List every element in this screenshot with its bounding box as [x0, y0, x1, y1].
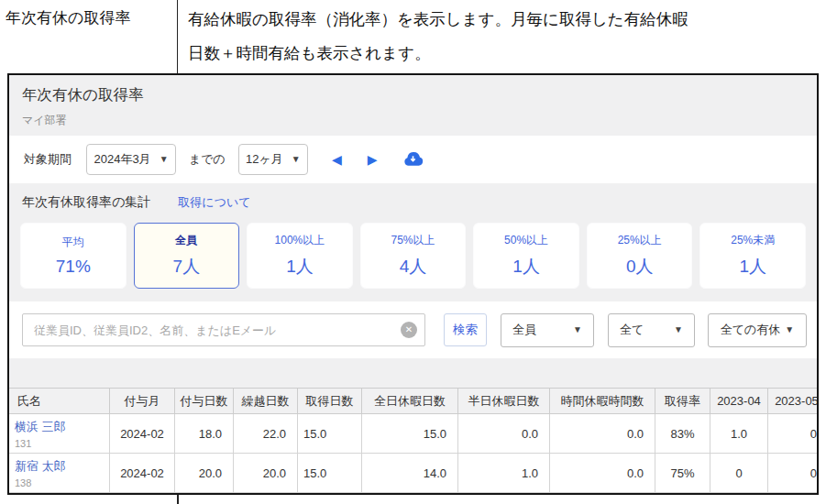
chevron-down-icon: ▼ — [160, 155, 169, 164]
card-label: 全員 — [175, 233, 197, 248]
column-header-halfday-days[interactable]: 半日休暇日数 — [458, 389, 550, 414]
months-select-value: 12ヶ月 — [246, 151, 283, 168]
table-top-spacer — [9, 358, 817, 388]
page-title: 年次有休の取得率 — [22, 85, 804, 105]
cell-2023-05: 0 — [768, 454, 820, 493]
until-label: までの — [189, 151, 226, 168]
employee-cell: 新宿 太郎 138 — [9, 454, 110, 493]
table-header-row: 氏名 付与月 付与日数 繰越日数 取得日数 全日休暇日数 半日休暇日数 時間休暇… — [9, 389, 820, 414]
employee-id: 138 — [15, 477, 104, 488]
column-header-name[interactable]: 氏名 — [9, 389, 110, 414]
leave-rate-panel: 年次有休の取得率 マイ部署 対象期間 2024年3月 ▼ までの 12ヶ月 ▼ … — [7, 73, 819, 495]
cell-rate: 75% — [655, 454, 710, 493]
cell-granted-days: 18.0 — [175, 414, 234, 454]
employee-name-link[interactable]: 新宿 太郎 — [15, 459, 66, 473]
cell-grant-month: 2024-02 — [110, 454, 175, 493]
card-value: 4人 — [400, 255, 427, 279]
table-row: 新宿 太郎 138 2024-02 20.0 20.0 15.0 14.0 1.… — [9, 454, 820, 493]
department-label: マイ部署 — [22, 113, 804, 128]
chevron-down-icon: ▼ — [674, 325, 683, 334]
card-25-and-over[interactable]: 25%以上 0人 — [587, 223, 693, 289]
period-select-value: 2024年3月 — [94, 151, 150, 168]
card-under-25[interactable]: 25%未満 1人 — [699, 223, 806, 289]
doc-description-line1: 有給休暇の取得率（消化率）を表示します。月毎に取得した有給休暇 — [188, 3, 820, 37]
card-everyone[interactable]: 全員 7人 — [134, 223, 240, 289]
search-bar: ✕ 検索 全員 ▼ 全て ▼ 全ての有休 ▼ — [9, 301, 817, 358]
doc-table-row: 年次有休の取得率 有給休暇の取得率（消化率）を表示します。月毎に取得した有給休暇… — [0, 0, 826, 73]
doc-column-divider-bottom — [177, 495, 179, 504]
doc-description-line2: 日数＋時間有給も表示されます。 — [188, 37, 820, 71]
cell-taken-days: 15.0 — [298, 414, 362, 454]
column-header-carryover-days[interactable]: 繰越日数 — [234, 389, 298, 414]
cell-halfday-days: 0.0 — [458, 414, 550, 454]
column-header-rate[interactable]: 取得率 — [655, 389, 710, 414]
panel-header: 年次有休の取得率 マイ部署 — [9, 75, 817, 136]
cell-hourly-hours: 0.0 — [550, 454, 655, 493]
cell-carryover-days: 22.0 — [234, 414, 298, 454]
leave-type-dropdown-value: 全ての有休 — [721, 322, 781, 338]
card-value: 7人 — [173, 255, 201, 279]
card-label: 75%以上 — [391, 233, 435, 248]
cell-granted-days: 20.0 — [175, 454, 234, 493]
summary-section: 年次有休取得率の集計 取得について 平均 71% 全員 7人 100%以上 1人… — [9, 183, 817, 302]
search-button[interactable]: 検索 — [444, 313, 487, 346]
results-table: 氏名 付与月 付与日数 繰越日数 取得日数 全日休暇日数 半日休暇日数 時間休暇… — [8, 388, 819, 493]
summary-cards: 平均 71% 全員 7人 100%以上 1人 75%以上 4人 50%以上 1人… — [9, 223, 817, 289]
card-value: 1人 — [739, 255, 766, 279]
previous-period-button[interactable]: ◀ — [332, 152, 342, 167]
months-select[interactable]: 12ヶ月 ▼ — [238, 144, 308, 175]
doc-term: 年次有休の取得率 — [6, 7, 130, 28]
status-dropdown[interactable]: 全て ▼ — [608, 313, 695, 347]
about-acquisition-link[interactable]: 取得について — [178, 194, 250, 211]
card-100-and-over[interactable]: 100%以上 1人 — [247, 223, 353, 289]
card-label: 50%以上 — [504, 233, 548, 248]
card-label: 25%未満 — [731, 233, 775, 248]
employee-name-link[interactable]: 横浜 三郎 — [15, 420, 66, 433]
period-select[interactable]: 2024年3月 ▼ — [86, 144, 176, 175]
chevron-down-icon: ▼ — [573, 325, 582, 334]
status-dropdown-value: 全て — [620, 322, 644, 338]
scope-dropdown-value: 全員 — [512, 322, 536, 338]
leave-type-dropdown[interactable]: 全ての有休 ▼ — [708, 313, 807, 347]
column-header-2023-04[interactable]: 2023-04 — [710, 389, 768, 414]
next-period-button[interactable]: ▶ — [368, 152, 378, 167]
cell-taken-days: 15.0 — [298, 454, 362, 493]
cell-grant-month: 2024-02 — [110, 414, 175, 454]
card-label: 25%以上 — [618, 233, 662, 248]
chevron-down-icon: ▼ — [785, 325, 794, 334]
card-value: 0人 — [626, 255, 654, 279]
column-header-grant-month[interactable]: 付与月 — [110, 389, 175, 414]
card-average[interactable]: 平均 71% — [20, 223, 127, 289]
column-header-fullday-days[interactable]: 全日休暇日数 — [362, 389, 458, 414]
card-label: 100%以上 — [275, 233, 325, 248]
cell-2023-04: 0 — [710, 454, 768, 493]
cell-fullday-days: 14.0 — [362, 454, 458, 493]
card-value: 1人 — [512, 255, 540, 279]
search-input[interactable] — [22, 313, 425, 346]
cell-fullday-days: 15.0 — [362, 414, 458, 454]
download-button[interactable] — [402, 151, 424, 167]
card-75-and-over[interactable]: 75%以上 4人 — [360, 223, 467, 289]
doc-description: 有給休暇の取得率（消化率）を表示します。月毎に取得した有給休暇 日数＋時間有給も… — [188, 3, 820, 71]
card-label: 平均 — [62, 235, 84, 250]
scope-dropdown[interactable]: 全員 ▼ — [501, 313, 594, 347]
column-header-hourly-hours[interactable]: 時間休暇時間数 — [550, 389, 655, 414]
table-row: 横浜 三郎 131 2024-02 18.0 22.0 15.0 15.0 0.… — [9, 414, 820, 454]
filter-bar: 対象期間 2024年3月 ▼ までの 12ヶ月 ▼ ◀ ▶ — [9, 136, 817, 183]
doc-column-divider — [177, 0, 178, 73]
cell-carryover-days: 20.0 — [234, 454, 298, 493]
employee-id: 131 — [15, 438, 104, 449]
cell-rate: 83% — [655, 414, 710, 454]
period-label: 対象期間 — [24, 151, 72, 168]
column-header-granted-days[interactable]: 付与日数 — [175, 389, 234, 414]
employee-cell: 横浜 三郎 131 — [9, 414, 110, 454]
column-header-taken-days[interactable]: 取得日数 — [298, 389, 362, 414]
cell-hourly-hours: 0.0 — [550, 414, 655, 454]
chevron-down-icon: ▼ — [292, 155, 301, 164]
cloud-download-icon — [402, 151, 424, 167]
card-value: 1人 — [286, 255, 314, 279]
card-value: 71% — [56, 257, 91, 277]
column-header-2023-05[interactable]: 2023-05 — [768, 389, 820, 414]
card-50-and-over[interactable]: 50%以上 1人 — [473, 223, 579, 289]
search-field-wrap: ✕ — [22, 313, 425, 346]
